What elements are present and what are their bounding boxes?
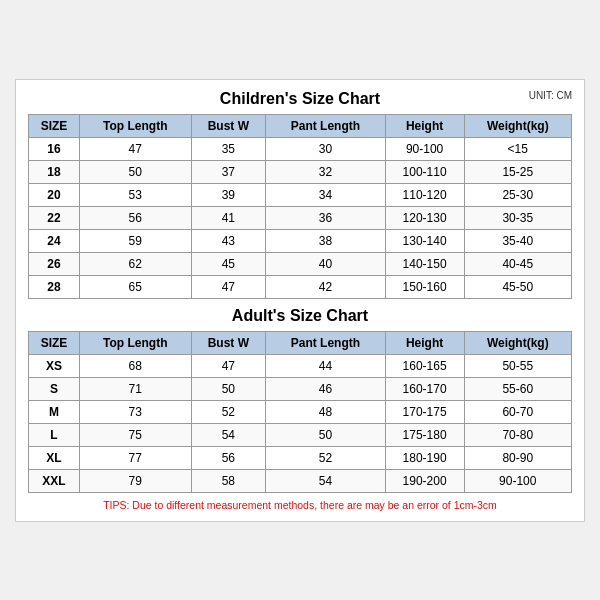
- table-cell: 190-200: [385, 469, 464, 492]
- table-cell: 38: [266, 229, 386, 252]
- table-cell: 60-70: [464, 400, 571, 423]
- table-cell: 35-40: [464, 229, 571, 252]
- table-cell: 44: [266, 354, 386, 377]
- table-cell: 75: [79, 423, 191, 446]
- adult-chart-title: Adult's Size Chart: [28, 307, 572, 325]
- table-cell: 40-45: [464, 252, 571, 275]
- unit-label: UNIT: CM: [529, 90, 572, 101]
- children-chart-title: Children's Size Chart: [220, 90, 380, 108]
- table-cell: 28: [29, 275, 80, 298]
- table-cell: 90-100: [464, 469, 571, 492]
- table-cell: 34: [266, 183, 386, 206]
- table-cell: <15: [464, 137, 571, 160]
- col-header-pant-length: Pant Length: [266, 114, 386, 137]
- adult-table-body: XS684744160-16550-55S715046160-17055-60M…: [29, 354, 572, 492]
- table-cell: 50-55: [464, 354, 571, 377]
- table-cell: 52: [266, 446, 386, 469]
- table-cell: 26: [29, 252, 80, 275]
- adult-size-table: SIZE Top Length Bust W Pant Length Heigh…: [28, 331, 572, 493]
- table-row: 28654742150-16045-50: [29, 275, 572, 298]
- table-cell: 65: [79, 275, 191, 298]
- col-header-bust-w: Bust W: [191, 114, 266, 137]
- table-cell: 71: [79, 377, 191, 400]
- table-cell: 40: [266, 252, 386, 275]
- table-cell: 20: [29, 183, 80, 206]
- table-cell: 35: [191, 137, 266, 160]
- table-cell: 100-110: [385, 160, 464, 183]
- adult-col-header-pant-length: Pant Length: [266, 331, 386, 354]
- adult-col-header-weight: Weight(kg): [464, 331, 571, 354]
- table-cell: 175-180: [385, 423, 464, 446]
- table-cell: 56: [79, 206, 191, 229]
- table-cell: 56: [191, 446, 266, 469]
- table-row: S715046160-17055-60: [29, 377, 572, 400]
- table-cell: M: [29, 400, 80, 423]
- table-cell: 47: [191, 354, 266, 377]
- table-cell: 130-140: [385, 229, 464, 252]
- table-cell: 80-90: [464, 446, 571, 469]
- table-row: M735248170-17560-70: [29, 400, 572, 423]
- table-cell: 54: [191, 423, 266, 446]
- table-cell: 42: [266, 275, 386, 298]
- table-cell: 180-190: [385, 446, 464, 469]
- table-cell: 39: [191, 183, 266, 206]
- table-cell: 120-130: [385, 206, 464, 229]
- table-row: L755450175-18070-80: [29, 423, 572, 446]
- table-cell: 150-160: [385, 275, 464, 298]
- table-cell: 24: [29, 229, 80, 252]
- col-header-top-length: Top Length: [79, 114, 191, 137]
- table-cell: 41: [191, 206, 266, 229]
- children-table-body: 1647353090-100<1518503732100-11015-25205…: [29, 137, 572, 298]
- table-cell: 47: [79, 137, 191, 160]
- table-cell: 79: [79, 469, 191, 492]
- table-cell: 53: [79, 183, 191, 206]
- table-row: XS684744160-16550-55: [29, 354, 572, 377]
- table-cell: 45: [191, 252, 266, 275]
- table-row: 22564136120-13030-35: [29, 206, 572, 229]
- table-cell: L: [29, 423, 80, 446]
- adult-col-header-height: Height: [385, 331, 464, 354]
- table-row: 18503732100-11015-25: [29, 160, 572, 183]
- table-row: XL775652180-19080-90: [29, 446, 572, 469]
- table-cell: 15-25: [464, 160, 571, 183]
- children-header-row: SIZE Top Length Bust W Pant Length Heigh…: [29, 114, 572, 137]
- table-cell: 170-175: [385, 400, 464, 423]
- table-cell: 68: [79, 354, 191, 377]
- table-cell: 43: [191, 229, 266, 252]
- table-cell: 18: [29, 160, 80, 183]
- table-cell: 70-80: [464, 423, 571, 446]
- table-cell: 59: [79, 229, 191, 252]
- table-cell: 77: [79, 446, 191, 469]
- table-cell: 45-50: [464, 275, 571, 298]
- table-cell: 54: [266, 469, 386, 492]
- table-cell: 30: [266, 137, 386, 160]
- table-cell: 73: [79, 400, 191, 423]
- col-header-weight: Weight(kg): [464, 114, 571, 137]
- size-chart-container: Children's Size Chart UNIT: CM SIZE Top …: [15, 79, 585, 522]
- table-row: 24594338130-14035-40: [29, 229, 572, 252]
- adult-col-header-size: SIZE: [29, 331, 80, 354]
- table-cell: 110-120: [385, 183, 464, 206]
- adult-header-row: SIZE Top Length Bust W Pant Length Heigh…: [29, 331, 572, 354]
- table-cell: 50: [191, 377, 266, 400]
- table-row: 20533934110-12025-30: [29, 183, 572, 206]
- children-title-row: Children's Size Chart UNIT: CM: [28, 90, 572, 108]
- table-cell: 160-170: [385, 377, 464, 400]
- table-cell: 46: [266, 377, 386, 400]
- table-cell: 37: [191, 160, 266, 183]
- table-cell: S: [29, 377, 80, 400]
- table-cell: 50: [266, 423, 386, 446]
- table-row: XXL795854190-20090-100: [29, 469, 572, 492]
- table-cell: 30-35: [464, 206, 571, 229]
- table-cell: 47: [191, 275, 266, 298]
- table-cell: 32: [266, 160, 386, 183]
- table-row: 1647353090-100<15: [29, 137, 572, 160]
- table-cell: 52: [191, 400, 266, 423]
- table-cell: XS: [29, 354, 80, 377]
- adult-col-header-top-length: Top Length: [79, 331, 191, 354]
- table-cell: 25-30: [464, 183, 571, 206]
- table-row: 26624540140-15040-45: [29, 252, 572, 275]
- table-cell: 62: [79, 252, 191, 275]
- table-cell: 16: [29, 137, 80, 160]
- tips-text: TIPS: Due to different measurement metho…: [28, 499, 572, 511]
